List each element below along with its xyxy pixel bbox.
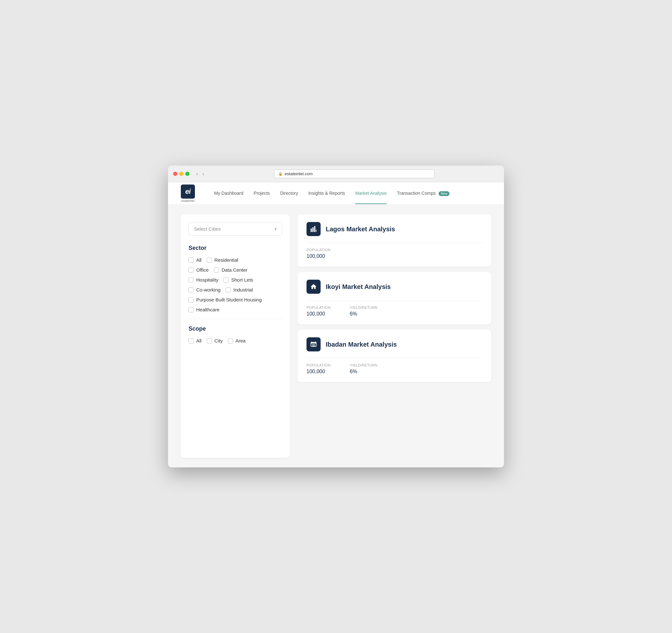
back-button[interactable]: ‹ [195, 171, 199, 177]
ikoyi-population-label: POPULATION [307, 306, 331, 309]
scope-heading: Scope [189, 326, 282, 332]
nav-item-projects[interactable]: Projects [254, 183, 270, 204]
checkbox-coworking[interactable]: Co-working [189, 287, 221, 293]
lagos-population-label: POPULATION [307, 248, 331, 252]
close-button[interactable] [173, 172, 177, 176]
checkbox-shortlets[interactable]: Short Lets [223, 277, 253, 282]
browser-chrome: ‹ › 🔒 estateintel.com [168, 166, 504, 182]
ibadan-population-stat: POPULATION 100,000 [307, 363, 331, 375]
ibadan-population-label: POPULATION [307, 363, 331, 367]
logo-icon: ei [181, 184, 195, 199]
right-panel: Lagos Market Analysis POPULATION 100,000 [297, 214, 491, 458]
checkbox-healthcare-input[interactable] [189, 307, 194, 312]
checkbox-row-4: Co-working Industrial [189, 287, 282, 293]
ikoyi-divider [307, 300, 482, 301]
browser-window: ‹ › 🔒 estateintel.com ei estateintel My … [168, 166, 504, 467]
lagos-population-value: 100,000 [307, 253, 331, 259]
sector-heading: Sector [189, 245, 282, 251]
market-card-ibadan[interactable]: Ibadan Market Analysis POPULATION 100,00… [297, 330, 491, 382]
logo-subtext: estateintel [181, 199, 194, 202]
checkbox-office-input[interactable] [189, 268, 194, 273]
checkbox-datacenter-label: Data Center [221, 267, 247, 273]
checkbox-industrial[interactable]: Industrial [226, 287, 253, 293]
ikoyi-stats: POPULATION 100,000 YIELD/RETURN 6% [307, 306, 482, 317]
lagos-card-title: Lagos Market Analysis [326, 226, 395, 233]
card-header-ibadan: Ibadan Market Analysis [307, 337, 482, 351]
checkbox-all[interactable]: All [189, 257, 202, 263]
svg-rect-2 [314, 226, 315, 232]
checkbox-residential-input[interactable] [207, 257, 212, 263]
checkbox-scope-all-label: All [196, 338, 202, 344]
forward-button[interactable]: › [201, 171, 206, 177]
nav-item-directory[interactable]: Directory [280, 183, 298, 204]
lock-icon: 🔒 [278, 172, 283, 176]
checkbox-industrial-input[interactable] [226, 287, 231, 293]
checkbox-healthcare-label: Healthcare [196, 307, 220, 312]
new-badge: New [439, 191, 450, 196]
ibadan-icon [307, 337, 320, 351]
checkbox-hospitality-label: Hospitality [196, 277, 218, 282]
checkbox-hospitality-input[interactable] [189, 277, 194, 282]
ibadan-yield-label: YIELD/RETURN [350, 363, 378, 367]
lagos-stats: POPULATION 100,000 [307, 248, 482, 259]
card-header-lagos: Lagos Market Analysis [307, 222, 482, 236]
maximize-button[interactable] [185, 172, 190, 176]
checkbox-all-input[interactable] [189, 257, 194, 263]
checkbox-scope-city-input[interactable] [207, 338, 212, 344]
app-header: ei estateintel My Dashboard Projects Dir… [168, 182, 504, 205]
checkbox-office[interactable]: Office [189, 267, 209, 273]
nav-item-insights[interactable]: Insights & Reports [308, 183, 345, 204]
checkbox-shortlets-input[interactable] [223, 277, 229, 282]
checkbox-healthcare[interactable]: Healthcare [189, 307, 220, 312]
nav-arrows: ‹ › [195, 171, 206, 177]
checkbox-student-label: Purpose Built Student Housing [196, 297, 262, 302]
checkbox-scope-all[interactable]: All [189, 338, 202, 344]
traffic-lights [173, 172, 190, 176]
card-header-ikoyi: Ikoyi Market Analysis [307, 280, 482, 294]
ikoyi-yield-value: 6% [350, 311, 378, 317]
checkbox-student[interactable]: Purpose Built Student Housing [189, 297, 262, 302]
market-card-lagos[interactable]: Lagos Market Analysis POPULATION 100,000 [297, 214, 491, 267]
checkbox-residential[interactable]: Residential [207, 257, 238, 263]
sidebar-divider [189, 319, 282, 319]
nav-item-dashboard[interactable]: My Dashboard [214, 183, 243, 204]
ibadan-yield-stat: YIELD/RETURN 6% [350, 363, 378, 375]
ikoyi-card-title: Ikoyi Market Analysis [326, 283, 391, 290]
lagos-icon [307, 222, 320, 236]
ikoyi-icon [307, 280, 320, 294]
checkbox-datacenter-input[interactable] [214, 268, 219, 273]
checkbox-hospitality[interactable]: Hospitality [189, 277, 218, 282]
city-select-dropdown[interactable]: Select Cities ▾ [189, 222, 282, 236]
checkbox-student-input[interactable] [189, 297, 194, 302]
market-card-ikoyi[interactable]: Ikoyi Market Analysis POPULATION 100,000… [297, 272, 491, 325]
main-nav: My Dashboard Projects Directory Insights… [214, 183, 491, 204]
checkbox-coworking-input[interactable] [189, 287, 194, 293]
checkbox-row-3: Hospitality Short Lets [189, 277, 282, 282]
lagos-population-stat: POPULATION 100,000 [307, 248, 331, 259]
checkbox-scope-all-input[interactable] [189, 338, 194, 344]
checkbox-industrial-label: Industrial [233, 287, 253, 293]
sidebar: Select Cities ▾ Sector All Residential [181, 214, 290, 458]
address-bar[interactable]: 🔒 estateintel.com [274, 170, 434, 178]
scope-checkboxes: All City Area [189, 338, 282, 344]
checkbox-row-6: Healthcare [189, 307, 282, 312]
checkbox-row-5: Purpose Built Student Housing [189, 297, 282, 302]
checkbox-scope-area-input[interactable] [228, 338, 233, 344]
checkbox-scope-area[interactable]: Area [228, 338, 246, 344]
nav-item-market[interactable]: Market Analysis [355, 183, 387, 204]
ikoyi-population-stat: POPULATION 100,000 [307, 306, 331, 317]
ibadan-stats: POPULATION 100,000 YIELD/RETURN 6% [307, 363, 482, 375]
minimize-button[interactable] [179, 172, 184, 176]
nav-item-transaction[interactable]: Transaction Comps New [397, 183, 450, 204]
ibadan-card-title: Ibadan Market Analysis [326, 341, 397, 348]
chevron-down-icon: ▾ [274, 227, 277, 232]
main-content: Select Cities ▾ Sector All Residential [168, 205, 504, 467]
svg-rect-0 [311, 228, 312, 232]
checkbox-datacenter[interactable]: Data Center [214, 267, 247, 273]
ibadan-yield-value: 6% [350, 369, 378, 375]
ikoyi-yield-label: YIELD/RETURN [350, 306, 378, 309]
checkbox-scope-city[interactable]: City [207, 338, 223, 344]
checkbox-row-1: All Residential [189, 257, 282, 263]
checkbox-shortlets-label: Short Lets [231, 277, 253, 282]
checkbox-row-2: Office Data Center [189, 267, 282, 273]
